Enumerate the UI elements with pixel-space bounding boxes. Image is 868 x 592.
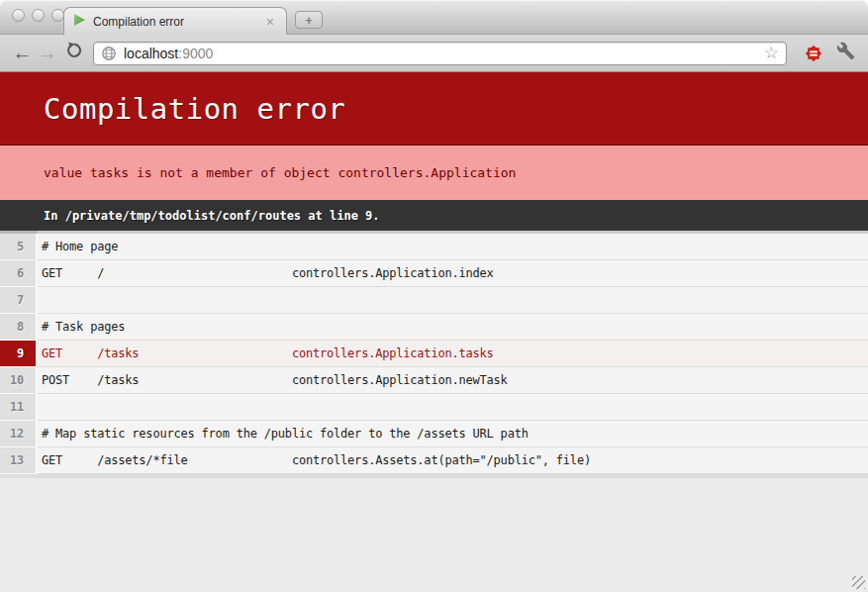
reload-button[interactable] bbox=[61, 41, 86, 66]
browser-tab[interactable]: Compilation error × bbox=[63, 7, 287, 35]
url-host: localhost bbox=[124, 46, 178, 61]
line-code: GET /tasks controllers.Application.tasks bbox=[38, 341, 868, 366]
source-line: 5# Home page bbox=[0, 234, 868, 260]
page-title: Compilation error bbox=[0, 72, 868, 146]
line-code: GET /assets/*file controllers.Assets.at(… bbox=[38, 447, 868, 473]
source-line: 12# Map static resources from the /publi… bbox=[0, 421, 868, 447]
line-code: # Task pages bbox=[38, 314, 868, 340]
tab-close-icon[interactable]: × bbox=[263, 13, 277, 31]
globe-icon bbox=[101, 46, 117, 61]
window-resize-grip[interactable] bbox=[852, 576, 865, 589]
new-tab-icon: + bbox=[305, 14, 313, 27]
tab-strip: Compilation error × + bbox=[0, 0, 868, 35]
settings-wrench-button[interactable] bbox=[832, 41, 858, 66]
play-framework-icon bbox=[73, 13, 86, 31]
wrench-icon bbox=[836, 42, 855, 64]
window-close-button[interactable] bbox=[12, 9, 25, 22]
line-code: # Map static resources from the /public … bbox=[38, 421, 868, 446]
error-location-bar: In /private/tmp/todolist/conf/routes at … bbox=[0, 200, 868, 231]
source-line: 11 bbox=[0, 394, 868, 421]
line-number: 8 bbox=[0, 314, 38, 341]
source-line: 8# Task pages bbox=[0, 314, 868, 341]
line-number: 7 bbox=[0, 287, 38, 314]
source-listing: 5# Home page6GET / controllers.Applicati… bbox=[0, 234, 868, 474]
line-number: 12 bbox=[0, 421, 38, 447]
line-code bbox=[38, 287, 868, 313]
line-number: 11 bbox=[0, 394, 38, 421]
listing-bottom-border bbox=[0, 474, 868, 478]
bookmark-star-icon[interactable]: ☆ bbox=[764, 45, 779, 61]
line-number: 13 bbox=[0, 447, 38, 474]
reload-icon bbox=[65, 42, 83, 64]
source-line: 7 bbox=[0, 287, 868, 314]
forward-button[interactable]: → bbox=[35, 41, 59, 66]
window-minimize-button[interactable] bbox=[32, 9, 45, 22]
tab-title: Compilation error bbox=[93, 15, 263, 29]
forward-arrow-icon: → bbox=[38, 42, 57, 64]
extension-button[interactable] bbox=[801, 41, 826, 66]
line-code: GET / controllers.Application.index bbox=[38, 260, 868, 286]
browser-window: Compilation error × + ← → bbox=[0, 0, 868, 592]
address-bar[interactable]: localhost :9000 ☆ bbox=[93, 42, 787, 65]
line-code bbox=[38, 394, 868, 420]
browser-toolbar: ← → localhost :9000 ☆ bbox=[0, 35, 868, 72]
line-code: # Home page bbox=[38, 234, 868, 259]
error-detail-message: value tasks is not a member of object co… bbox=[0, 146, 868, 200]
error-page: Compilation error value tasks is not a m… bbox=[0, 72, 868, 478]
line-number: 9 bbox=[0, 341, 38, 367]
new-tab-button[interactable]: + bbox=[295, 11, 323, 29]
line-number: 10 bbox=[0, 367, 38, 394]
back-arrow-icon: ← bbox=[13, 42, 33, 64]
source-line: 6GET / controllers.Application.index bbox=[0, 260, 868, 287]
line-code: POST /tasks controllers.Application.newT… bbox=[38, 367, 868, 393]
line-number: 6 bbox=[0, 260, 38, 287]
line-number: 5 bbox=[0, 234, 38, 260]
source-line: 13GET /assets/*file controllers.Assets.a… bbox=[0, 447, 868, 474]
back-button[interactable]: ← bbox=[10, 41, 35, 66]
extension-badge-icon bbox=[805, 45, 822, 62]
url-port: :9000 bbox=[178, 46, 213, 61]
source-line: 10POST /tasks controllers.Application.ne… bbox=[0, 367, 868, 394]
source-line-error: 9GET /tasks controllers.Application.task… bbox=[0, 341, 868, 367]
